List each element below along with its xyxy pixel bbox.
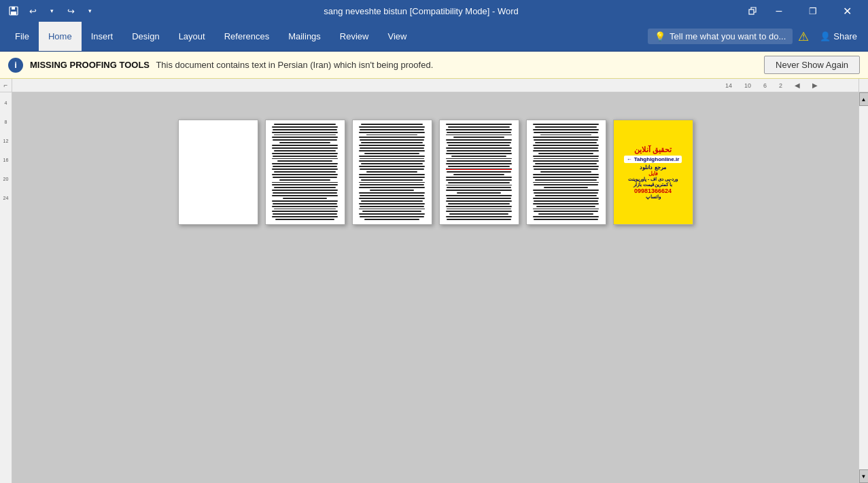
ad-suffix: واتساپ bbox=[646, 194, 661, 200]
page-5-content bbox=[527, 120, 606, 224]
page-3 bbox=[352, 120, 432, 225]
ruler-arrow-right: ▶ bbox=[812, 82, 818, 89]
tab-references[interactable]: References bbox=[215, 22, 279, 51]
warning-icon: ⚠ bbox=[798, 29, 809, 44]
svg-rect-1 bbox=[11, 12, 16, 15]
tab-review[interactable]: Review bbox=[330, 22, 379, 51]
ad-title: تحقیق آنلاین bbox=[634, 145, 672, 154]
notification-message: This document contains text in Persian (… bbox=[156, 60, 433, 70]
save-button[interactable] bbox=[5, 3, 22, 19]
page-4 bbox=[439, 120, 519, 225]
page-1 bbox=[178, 120, 258, 225]
close-button[interactable]: ✕ bbox=[831, 0, 863, 22]
title-bar-left: ↩ ▾ ↪ ▾ bbox=[5, 3, 98, 19]
ruler-row: ⌐ 14 10 6 2 ◀ ▶ bbox=[0, 79, 868, 92]
tab-home[interactable]: Home bbox=[39, 22, 82, 51]
page-3-content bbox=[353, 120, 432, 224]
title-bar: ↩ ▾ ↪ ▾ sang neveshte bistun [Compatibil… bbox=[0, 0, 868, 22]
svg-rect-2 bbox=[12, 7, 15, 10]
quick-access-toolbar: ↩ ▾ ↪ ▾ bbox=[5, 3, 98, 19]
tell-me-label: Tell me what you want to do... bbox=[670, 31, 786, 41]
ribbon: File Home Insert Design Layout Reference… bbox=[0, 22, 868, 52]
vruler-4: 4 bbox=[0, 94, 12, 113]
share-button[interactable]: 👤 Share bbox=[814, 29, 863, 44]
ruler-num-6: 6 bbox=[763, 82, 767, 89]
content-area: 4 8 12 16 20 24 bbox=[0, 92, 868, 483]
customize-qa-button[interactable]: ▾ bbox=[82, 3, 98, 19]
main-area: ⌐ 14 10 6 2 ◀ ▶ 4 8 12 16 20 24 bbox=[0, 79, 868, 483]
restore-button[interactable]: ❐ bbox=[797, 0, 829, 22]
notification-text: MISSING PROOFING TOOLS This document con… bbox=[30, 60, 757, 70]
ruler-corner-right bbox=[858, 79, 868, 92]
page-6: تحقیق آنلاین Tahghighonline.ir ← مرجع دا… bbox=[613, 120, 693, 225]
window-controls: – ❐ ✕ bbox=[744, 0, 863, 22]
tab-view[interactable]: View bbox=[378, 22, 416, 51]
ad-site: Tahghighonline.ir bbox=[634, 156, 680, 162]
scroll-up-button[interactable]: ▲ bbox=[859, 92, 869, 106]
lightbulb-icon: 💡 bbox=[655, 31, 665, 41]
ruler-corner: ⌐ bbox=[0, 79, 12, 92]
undo-button[interactable]: ↩ bbox=[24, 3, 41, 19]
vruler-20: 20 bbox=[0, 170, 12, 189]
canvas-area: تحقیق آنلاین Tahghighonline.ir ← مرجع دا… bbox=[12, 92, 858, 483]
window-title: sang neveshte bistun [Compatibility Mode… bbox=[98, 6, 744, 16]
minimize-button[interactable]: – bbox=[763, 0, 795, 22]
vertical-scrollbar[interactable]: ▲ ▼ bbox=[858, 92, 868, 483]
ruler-arrow-left: ◀ bbox=[795, 82, 800, 89]
share-label: Share bbox=[833, 31, 857, 41]
notification-bold: MISSING PROOFING TOOLS bbox=[30, 60, 150, 70]
page-6-ad: تحقیق آنلاین Tahghighonline.ir ← مرجع دا… bbox=[614, 120, 693, 224]
notification-bar: i MISSING PROOFING TOOLS This document c… bbox=[0, 52, 868, 79]
ruler-num-10: 10 bbox=[744, 82, 751, 89]
pages-row: تحقیق آنلاین Tahghighonline.ir ← مرجع دا… bbox=[164, 120, 707, 225]
ad-line1: مرجع دانلود bbox=[640, 164, 665, 171]
arrow-icon: ← bbox=[627, 156, 632, 162]
page-2 bbox=[265, 120, 345, 225]
ruler-num-2: 2 bbox=[779, 82, 782, 89]
tab-mailings[interactable]: Mailings bbox=[279, 22, 330, 51]
vruler-16: 16 bbox=[0, 151, 12, 170]
info-icon: i bbox=[8, 58, 23, 73]
vertical-ruler: 4 8 12 16 20 24 bbox=[0, 92, 12, 483]
restore-window-icon[interactable] bbox=[744, 3, 761, 19]
page-2-content bbox=[266, 120, 345, 224]
tab-design[interactable]: Design bbox=[122, 22, 169, 51]
never-show-again-button[interactable]: Never Show Again bbox=[764, 56, 860, 74]
ad-line4: با کمترین قیمت بازار bbox=[633, 182, 673, 187]
tab-layout[interactable]: Layout bbox=[169, 22, 215, 51]
undo-dropdown-button[interactable]: ▾ bbox=[44, 3, 60, 19]
svg-rect-3 bbox=[749, 10, 754, 14]
page-5 bbox=[526, 120, 606, 225]
ad-phone: 09981366624 bbox=[634, 187, 672, 194]
redo-button[interactable]: ↪ bbox=[63, 3, 79, 19]
page-4-content bbox=[440, 120, 519, 224]
tab-file[interactable]: File bbox=[5, 22, 39, 51]
vruler-8: 8 bbox=[0, 113, 12, 132]
ad-line3: ورد-پی دی اف - پاورپوینت bbox=[628, 177, 678, 182]
ribbon-right: 💡 Tell me what you want to do... ⚠ 👤 Sha… bbox=[648, 22, 863, 51]
tab-insert[interactable]: Insert bbox=[82, 22, 123, 51]
ruler-num-14: 14 bbox=[725, 82, 732, 89]
tell-me-input[interactable]: 💡 Tell me what you want to do... bbox=[648, 29, 793, 44]
vruler-12: 12 bbox=[0, 132, 12, 151]
horizontal-ruler: 14 10 6 2 ◀ ▶ bbox=[12, 79, 858, 92]
person-icon: 👤 bbox=[820, 31, 831, 41]
scroll-down-button[interactable]: ▼ bbox=[859, 469, 869, 483]
vruler-24: 24 bbox=[0, 189, 12, 208]
ad-line2: فایل bbox=[648, 171, 658, 177]
